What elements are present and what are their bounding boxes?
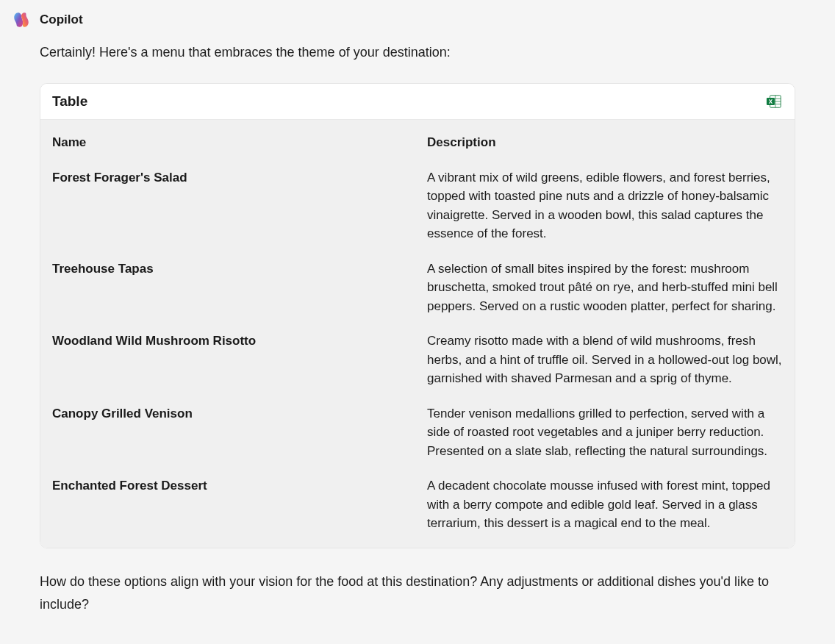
cell-description: A decadent chocolate mousse infused with… [427, 476, 783, 533]
column-header-description: Description [427, 133, 783, 152]
table-header-row: Name Description [52, 120, 783, 152]
table-card-header: Table [40, 84, 795, 120]
table-row: Treehouse Tapas A selection of small bit… [52, 243, 783, 316]
cell-description: Tender venison medallions grilled to per… [427, 404, 783, 461]
outro-paragraph: How do these options align with your vis… [40, 570, 795, 617]
cell-description: A selection of small bites inspired by t… [427, 260, 783, 316]
table-body: Name Description Forest Forager's Salad … [40, 120, 795, 548]
cell-name: Forest Forager's Salad [52, 168, 412, 187]
copilot-logo-icon [12, 10, 31, 29]
table-row: Canopy Grilled Venison Tender venison me… [52, 388, 783, 461]
table-row: Woodland Wild Mushroom Risotto Creamy ri… [52, 315, 783, 388]
table-title: Table [52, 93, 87, 110]
message-header: Copilot [12, 10, 795, 29]
table-row: Forest Forager's Salad A vibrant mix of … [52, 152, 783, 243]
cell-description: A vibrant mix of wild greens, edible flo… [427, 168, 783, 243]
excel-icon [766, 93, 782, 110]
table-row: Enchanted Forest Dessert A decadent choc… [52, 460, 783, 533]
cell-name: Treehouse Tapas [52, 260, 412, 279]
cell-name: Woodland Wild Mushroom Risotto [52, 332, 412, 351]
export-excel-button[interactable] [765, 93, 783, 110]
cell-name: Enchanted Forest Dessert [52, 476, 412, 495]
column-header-name: Name [52, 133, 412, 152]
assistant-name: Copilot [40, 12, 83, 27]
cell-description: Creamy risotto made with a blend of wild… [427, 332, 783, 388]
cell-name: Canopy Grilled Venison [52, 404, 412, 423]
intro-paragraph: Certainly! Here's a menu that embraces t… [40, 43, 795, 62]
table-card: Table Name Description Forest Forager's … [40, 83, 795, 548]
